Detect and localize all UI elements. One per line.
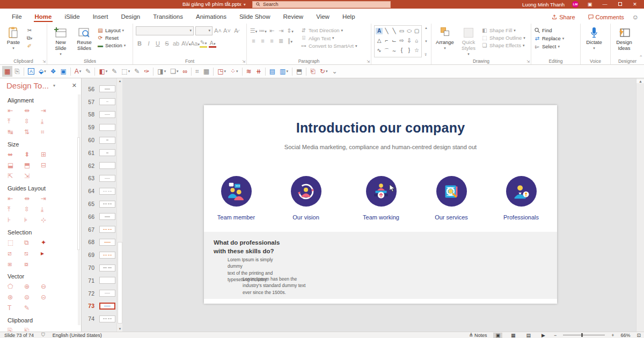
shapes-scroll-up-icon[interactable]: ▲ — [425, 26, 428, 30]
align-right-icon[interactable]: ≡ — [268, 38, 276, 45]
crop-icon[interactable]: ⌗ — [193, 66, 201, 77]
vector-tool-icon[interactable]: T — [8, 303, 24, 313]
doc-settings-icon[interactable]: ⎘ — [12, 66, 22, 77]
alignment-tool-icon[interactable]: ↹ — [8, 127, 24, 137]
font-color-button[interactable]: A▾ — [209, 40, 216, 48]
alignment-tool-icon[interactable]: ⌗ — [41, 127, 57, 137]
shape-icon[interactable]: ⇩ — [406, 38, 413, 43]
restore-button[interactable] — [616, 2, 624, 7]
thumbnail-preview[interactable] — [99, 149, 115, 156]
feedback-smiley-icon[interactable]: ☺ — [632, 13, 639, 21]
text-shadow-button[interactable]: ab — [172, 40, 180, 47]
slide-title[interactable]: Introduction our company — [204, 120, 557, 136]
vector-tool-icon[interactable]: ⊕ — [24, 281, 41, 292]
thumbnail-preview[interactable] — [99, 111, 115, 118]
cut-icon[interactable]: ✂ — [26, 27, 33, 33]
selection-tool-icon[interactable]: ▸ — [41, 248, 57, 259]
ribbon-display-icon[interactable]: ▣ — [586, 2, 594, 7]
columns-icon[interactable]: ∥▾ — [286, 38, 294, 45]
tab-review[interactable]: Review — [276, 10, 310, 24]
scroll-up-icon[interactable]: ▲ — [636, 79, 644, 83]
text-direction-button[interactable]: ⇵Text Direction▾ — [301, 27, 357, 33]
layers-icon[interactable]: ≋ — [244, 66, 254, 77]
thumbnail-preview[interactable] — [99, 124, 115, 131]
font-color-icon[interactable]: A▾ — [72, 66, 84, 77]
selection-tool-icon[interactable]: ✦ — [41, 237, 57, 248]
slideshow-view-button[interactable]: ▶ — [539, 333, 547, 338]
vector-tool-icon[interactable]: ⬠ — [8, 281, 24, 292]
document-title[interactable]: Bài giảng về phím tắt.pptx▾ — [182, 0, 247, 9]
thumbnail-preview[interactable] — [99, 303, 115, 310]
guides-layout-tool-icon[interactable]: ⤓ — [41, 204, 57, 215]
share-button[interactable]: Share — [547, 13, 580, 21]
size-tool-icon[interactable]: ⇲ — [24, 171, 41, 181]
slide-item-team-member[interactable]: Team member — [207, 176, 266, 221]
fill-color-icon[interactable]: ◧▾ — [97, 66, 109, 77]
clipboard-dialog-launcher[interactable]: ⇲ — [42, 60, 46, 64]
shape-icon[interactable]: ▭ — [398, 28, 405, 34]
guides-layout-tool-icon[interactable]: ⊦ — [8, 215, 24, 225]
guides-layout-tool-icon[interactable]: ⊧ — [24, 215, 41, 225]
zoom-slider[interactable] — [563, 335, 605, 335]
align-left-icon[interactable]: ≡ — [250, 38, 258, 45]
char-spacing-button[interactable]: AV▾ — [181, 40, 189, 47]
smart-shape-icon[interactable]: ❖ — [48, 66, 58, 77]
thumbnail-preview[interactable] — [99, 85, 115, 92]
shape-icon[interactable]: ∿ — [376, 47, 383, 55]
guides-layout-tool-icon[interactable]: ⇹ — [24, 193, 41, 204]
vector-tool-icon[interactable]: ✎ — [24, 303, 41, 313]
picture-icon[interactable]: ▣ — [58, 66, 68, 77]
selection-tool-icon[interactable]: ⧅ — [24, 248, 41, 259]
outline-picker-icon[interactable]: ✎ — [132, 66, 142, 77]
fill-picker-icon[interactable]: ✎ — [109, 66, 119, 77]
table-style-icon[interactable]: ▥▾ — [277, 66, 290, 77]
alignment-tool-icon[interactable]: ⇹ — [24, 105, 41, 116]
font-size-combo[interactable]: ▾ — [195, 26, 213, 35]
alignment-tool-icon[interactable]: ⤒ — [8, 116, 24, 127]
line-spacing-icon[interactable]: ⇕▾ — [286, 27, 294, 34]
refresh-icon[interactable]: ↻▾ — [318, 66, 330, 77]
selection-tool-icon[interactable]: ⧆ — [8, 259, 24, 269]
italic-button[interactable]: I — [145, 40, 152, 47]
shape-icon[interactable]: { — [398, 47, 405, 55]
shape-icon[interactable]: ⌐ — [383, 38, 390, 43]
minimize-button[interactable]: — — [601, 2, 609, 7]
tab-insert[interactable]: Insert — [86, 10, 115, 24]
thumbnail-preview[interactable] — [99, 188, 115, 195]
guides-layout-tool-icon[interactable]: ⇥ — [41, 193, 57, 204]
shape-icon[interactable]: ～ — [391, 47, 398, 55]
thumbnail-preview[interactable] — [99, 175, 115, 182]
effect-icon[interactable]: ❏▾ — [168, 66, 180, 77]
color-library-icon[interactable]: ◳▾ — [215, 66, 228, 77]
decrease-indent-icon[interactable]: ⇤ — [268, 27, 276, 34]
align-center-icon[interactable]: ≡ — [259, 38, 267, 45]
export-icon[interactable]: ⎗ — [308, 66, 318, 77]
vector-tool-icon[interactable]: ⊛ — [8, 292, 24, 303]
convert-smartart-button[interactable]: ⊶Convert to SmartArt▾ — [301, 43, 357, 49]
shape-fill-button[interactable]: ◧Shape Fill▾ — [481, 27, 525, 33]
size-tool-icon[interactable]: ⬒ — [24, 160, 41, 171]
tab-help[interactable]: Help — [336, 10, 362, 24]
tab-home[interactable]: Home — [28, 10, 58, 24]
distribute-icon[interactable]: ⧺ — [254, 66, 264, 77]
zoom-in-button[interactable]: + — [611, 333, 614, 338]
shape-icon[interactable]: ⌒ — [383, 47, 390, 55]
notes-button[interactable]: ≜ Notes — [469, 333, 487, 338]
shape-icon[interactable]: ☆ — [413, 47, 420, 55]
guides-layout-tool-icon[interactable]: ⇤ — [8, 193, 24, 204]
thumbnail-preview[interactable] — [99, 277, 115, 284]
footer-heading[interactable]: What do professionalswith these skills d… — [214, 238, 280, 255]
replace-button[interactable]: ⇄Replace▾ — [534, 35, 564, 41]
shape-icon[interactable]: ╲ — [383, 28, 390, 34]
section-button[interactable]: ▬Section▾ — [97, 42, 126, 48]
design-panel-dropdown-icon[interactable]: ▾ — [53, 83, 55, 88]
thumbnail-preview[interactable] — [99, 137, 115, 144]
strikethrough-button[interactable]: S — [163, 40, 171, 47]
language-indicator[interactable]: English (United States) — [53, 333, 102, 338]
table-icon[interactable]: ▤ — [267, 66, 277, 77]
size-tool-icon[interactable]: ⬌ — [8, 149, 24, 160]
tab-file[interactable]: File — [5, 10, 28, 24]
numbering-icon[interactable]: ≔▾ — [259, 27, 267, 34]
thumbnail-preview[interactable] — [99, 315, 115, 322]
shape-insert-icon[interactable]: ⬙▾ — [36, 66, 48, 77]
